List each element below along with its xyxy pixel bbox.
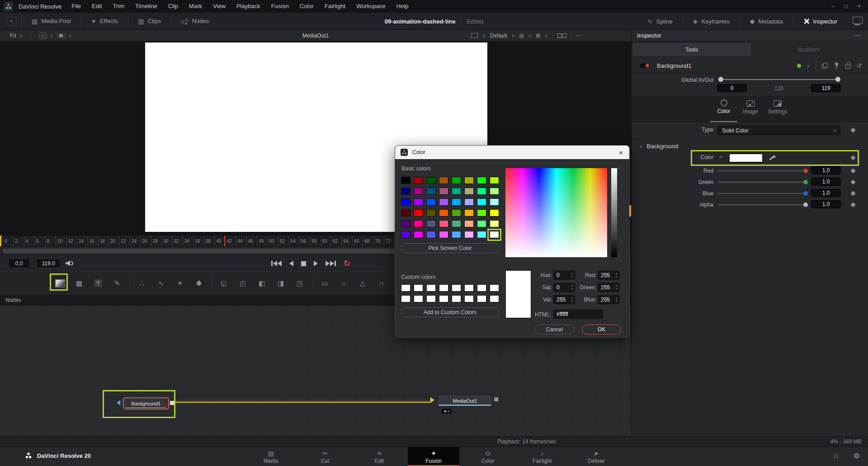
basic-color-swatch[interactable]	[464, 198, 474, 206]
spinner-arrows-icon[interactable]: ▲▼	[615, 272, 618, 278]
page-fairlight[interactable]: ♪Fairlight	[516, 447, 568, 466]
basic-color-swatch[interactable]	[464, 177, 474, 184]
channel-select-icon[interactable]: ◎	[519, 33, 524, 39]
minimize-button[interactable]: –	[831, 3, 835, 9]
toolbar-effects-button[interactable]: ✦Effects	[85, 13, 123, 29]
basic-color-swatch[interactable]	[490, 188, 499, 195]
add-to-custom-colors-button[interactable]: Add to Custom Colors	[401, 307, 499, 317]
tool-color-corrector[interactable]: ∴	[135, 277, 149, 290]
channel-value-field[interactable]: 1.0	[811, 178, 841, 186]
home-icon[interactable]: ⌂	[834, 452, 838, 460]
basic-color-swatch[interactable]	[490, 220, 499, 227]
node-mediaout1[interactable]: MediaOut1	[437, 395, 493, 407]
basic-color-swatch[interactable]	[477, 209, 486, 217]
toolbar-collapse-button[interactable]: ∨	[6, 17, 17, 26]
toolbar-media-pool-button[interactable]: ▤Media Pool	[26, 13, 76, 29]
current-time-field[interactable]: 0.0	[8, 259, 30, 268]
section-tab-settings[interactable]: Settings	[761, 99, 794, 115]
basic-color-swatch[interactable]	[439, 209, 448, 217]
custom-color-swatch[interactable]	[414, 295, 423, 302]
audio-mute-icon[interactable]	[66, 260, 73, 266]
channel-slider[interactable]	[718, 193, 807, 194]
menu-view[interactable]: View	[208, 0, 231, 13]
basic-color-swatch[interactable]	[426, 231, 436, 238]
tool-brightness-contrast[interactable]: ☀	[173, 277, 187, 290]
basic-color-swatch[interactable]	[439, 177, 448, 184]
chevron-down-icon[interactable]: ∨	[19, 33, 23, 38]
dual-viewer-icon[interactable]	[557, 33, 566, 38]
keyframe-diamond-icon[interactable]	[850, 155, 855, 160]
tool-resize[interactable]: ◳	[293, 277, 307, 290]
lock-icon[interactable]	[845, 62, 850, 69]
basic-color-swatch[interactable]	[464, 209, 474, 217]
menu-app-name[interactable]: DaVinci Resolve	[19, 3, 61, 10]
chevron-down-icon[interactable]: ∨	[807, 63, 810, 68]
mediaout1-input-port[interactable]	[430, 397, 434, 403]
global-in-field[interactable]: 0	[717, 84, 747, 92]
settings-gear-icon[interactable]: ⚙	[854, 452, 860, 460]
basic-color-swatch[interactable]	[490, 231, 499, 238]
basic-color-swatch[interactable]	[401, 177, 410, 184]
basic-color-swatch[interactable]	[401, 188, 410, 195]
basic-color-swatch[interactable]	[452, 177, 461, 184]
menu-edit[interactable]: Edit	[86, 0, 107, 13]
custom-color-swatch[interactable]	[490, 295, 499, 302]
basic-color-swatch[interactable]	[426, 220, 436, 227]
background1-output-port[interactable]	[170, 401, 174, 405]
global-out-field[interactable]: 119	[811, 84, 841, 92]
custom-color-swatch[interactable]	[426, 284, 436, 292]
basic-color-swatch[interactable]	[414, 231, 423, 238]
dialog-close-icon[interactable]: ×	[619, 149, 623, 156]
grid-icon[interactable]: ⊞	[536, 33, 540, 39]
reset-icon[interactable]: ↺	[856, 63, 862, 68]
type-dropdown[interactable]: Solid Color ∨	[717, 126, 840, 135]
html-color-input[interactable]: #ffffff	[553, 310, 603, 319]
keyframe-diamond-icon[interactable]	[850, 179, 855, 184]
basic-color-swatch[interactable]	[452, 188, 461, 195]
play-button[interactable]	[314, 261, 318, 266]
step-back-button[interactable]	[289, 261, 293, 266]
zoom-fit-dropdown[interactable]: Fit	[10, 33, 16, 39]
red-spinbox[interactable]: 255▲▼	[598, 271, 619, 280]
channel-value-field[interactable]: 1.0	[811, 200, 841, 208]
toolbar-nodes-button[interactable]: Nodes	[176, 13, 215, 29]
tool-background[interactable]	[53, 277, 67, 290]
channel-value-field[interactable]: 1.0	[811, 189, 841, 197]
spinner-arrows-icon[interactable]: ▲▼	[615, 297, 618, 303]
channel-slider[interactable]	[718, 170, 807, 171]
custom-color-swatch[interactable]	[439, 284, 448, 292]
basic-color-swatch[interactable]	[414, 177, 423, 184]
tool-dve[interactable]: ◰	[236, 277, 250, 290]
custom-color-swatch[interactable]	[452, 284, 461, 292]
tool-rectangle[interactable]: ▭	[318, 277, 331, 290]
menu-clip[interactable]: Clip	[163, 0, 184, 13]
menu-trim[interactable]: Trim	[108, 0, 130, 13]
copy-settings-icon[interactable]	[822, 63, 828, 69]
inspector-options-icon[interactable]: ⋯	[854, 31, 862, 40]
basic-color-swatch[interactable]	[452, 198, 461, 206]
slider-handle[interactable]	[803, 202, 808, 207]
page-cut[interactable]: ✂Cut	[299, 447, 351, 466]
guides-icon[interactable]	[471, 33, 478, 38]
basic-color-swatch[interactable]	[452, 209, 461, 217]
spinner-arrows-icon[interactable]: ▲▼	[615, 284, 618, 291]
tool-color-curves[interactable]: ∿	[154, 277, 168, 290]
toolbar-clips-button[interactable]: ▥Clips	[133, 13, 166, 29]
basic-color-swatch[interactable]	[414, 198, 423, 206]
tool-ellipse[interactable]: ○	[337, 277, 350, 290]
keyframe-diamond-icon[interactable]	[850, 191, 855, 196]
mediaout1-effect-port[interactable]	[494, 397, 498, 401]
basic-color-swatch[interactable]	[464, 188, 474, 195]
gain-gamma-icon[interactable]: A	[39, 33, 47, 39]
basic-color-swatch[interactable]	[426, 209, 436, 217]
value-slider[interactable]	[611, 168, 617, 257]
basic-color-swatch[interactable]	[401, 220, 410, 227]
custom-color-swatch[interactable]	[414, 284, 423, 292]
node-enable-toggle[interactable]	[639, 63, 651, 69]
global-in-out-slider[interactable]	[720, 79, 839, 80]
channel-slider[interactable]	[718, 182, 807, 183]
app-logo-icon[interactable]	[4, 2, 13, 11]
basic-color-swatch[interactable]	[452, 231, 461, 238]
basic-color-swatch[interactable]	[490, 177, 499, 184]
expand-arrow-icon[interactable]: >	[719, 154, 722, 160]
